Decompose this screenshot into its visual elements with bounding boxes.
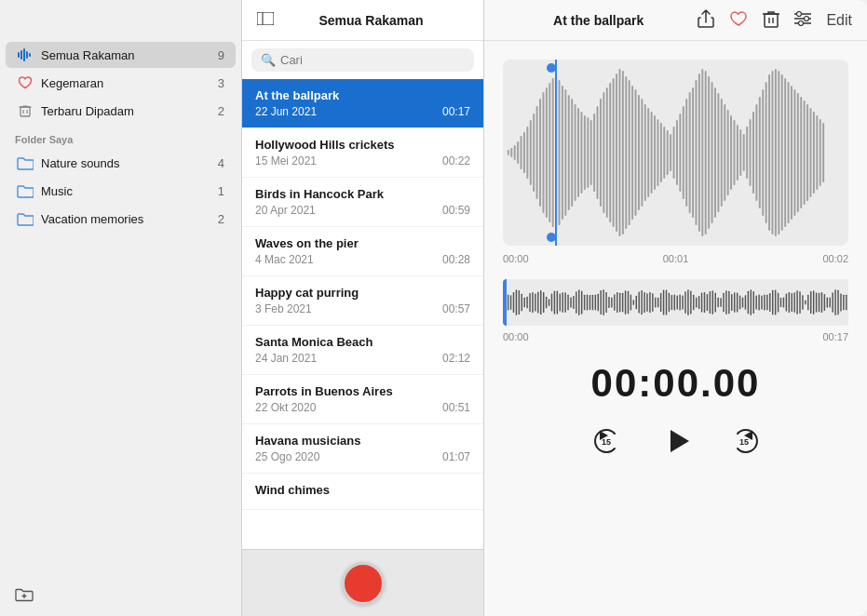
edit-button[interactable]: Edit (826, 12, 852, 29)
svg-rect-210 (742, 298, 743, 308)
svg-rect-84 (701, 69, 703, 236)
svg-rect-189 (684, 291, 685, 313)
svg-rect-239 (821, 292, 822, 313)
svg-rect-50 (593, 114, 595, 192)
svg-rect-127 (516, 289, 517, 315)
svg-rect-173 (641, 290, 642, 315)
delete-button[interactable] (763, 9, 779, 32)
svg-rect-167 (625, 290, 626, 314)
svg-rect-113 (793, 89, 795, 216)
sidebar-item-recently-deleted[interactable]: Terbaru Dipadam 2 (6, 98, 236, 124)
svg-rect-122 (822, 123, 824, 182)
svg-rect-157 (598, 294, 599, 311)
svg-rect-179 (657, 298, 658, 307)
detail-pane: At the ballpark (484, 0, 867, 616)
sidebar-item-nature[interactable]: Nature sounds 4 (6, 150, 236, 176)
new-folder-button[interactable] (15, 586, 34, 607)
svg-rect-3 (26, 51, 28, 59)
svg-rect-101 (755, 104, 757, 201)
skip-forward-button[interactable]: 15 (725, 421, 765, 462)
svg-rect-155 (592, 295, 593, 310)
sidebar-item-all[interactable]: Semua Rakaman 9 (6, 42, 236, 68)
recording-duration: 00:51 (442, 401, 470, 414)
recording-item[interactable]: Waves on the pier 4 Mac 2021 00:28 (242, 227, 483, 276)
svg-rect-137 (543, 292, 544, 313)
recording-item[interactable]: Hollywood Hills crickets 15 Mei 2021 00:… (242, 128, 483, 178)
svg-rect-36 (549, 83, 550, 222)
sidebar-deleted-count: 2 (218, 104, 224, 118)
recording-item[interactable]: Parrots in Buenos Aires 22 Okt 2020 00:5… (242, 375, 483, 424)
search-input[interactable] (280, 53, 465, 67)
svg-rect-93 (730, 115, 732, 190)
recording-item[interactable]: At the ballpark 22 Jun 2021 00:17 (242, 79, 483, 128)
play-button[interactable] (656, 421, 697, 462)
svg-rect-136 (540, 290, 541, 315)
sidebar-music-label: Music (41, 184, 218, 198)
svg-rect-186 (676, 296, 677, 310)
svg-rect-213 (751, 289, 752, 315)
svg-rect-13 (765, 14, 778, 27)
svg-rect-242 (829, 298, 830, 308)
svg-rect-214 (752, 291, 753, 314)
svg-rect-196 (704, 292, 705, 313)
list-pane-title: Semua Rakaman (274, 13, 468, 28)
favorite-button[interactable] (729, 10, 748, 31)
svg-rect-88 (714, 87, 716, 218)
svg-rect-237 (816, 292, 817, 312)
svg-rect-184 (671, 295, 672, 310)
svg-rect-41 (564, 89, 566, 216)
svg-rect-138 (546, 297, 547, 309)
svg-rect-78 (683, 106, 684, 199)
svg-rect-151 (581, 290, 582, 314)
svg-rect-192 (693, 295, 694, 311)
svg-rect-95 (737, 125, 738, 181)
detail-header: At the ballpark (484, 0, 867, 41)
svg-rect-81 (692, 87, 694, 218)
svg-rect-199 (712, 290, 713, 315)
svg-rect-94 (733, 120, 735, 185)
svg-point-22 (799, 20, 804, 25)
svg-rect-128 (519, 290, 520, 315)
main-waveform[interactable] (503, 60, 848, 246)
svg-rect-211 (745, 295, 746, 310)
svg-rect-244 (834, 289, 835, 315)
sidebar-toggle-button[interactable] (257, 12, 274, 29)
svg-rect-243 (832, 292, 833, 313)
recording-title: Havana musicians (255, 434, 470, 448)
record-button[interactable] (342, 562, 385, 605)
svg-rect-153 (587, 295, 588, 311)
sidebar-item-music[interactable]: Music 1 (6, 178, 236, 204)
recording-duration: 00:17 (442, 105, 470, 118)
svg-rect-33 (539, 99, 541, 207)
recording-date: 22 Jun 2021 (255, 105, 317, 118)
svg-rect-98 (746, 127, 748, 179)
svg-rect-57 (616, 74, 617, 232)
recording-meta: 15 Mei 2021 00:22 (255, 154, 470, 167)
waveform-time-labels: 00:00 00:01 00:02 (503, 253, 848, 264)
recording-item[interactable]: Birds in Hancock Park 20 Apr 2021 00:59 (242, 178, 483, 227)
sidebar-nature-label: Nature sounds (41, 156, 218, 170)
share-button[interactable] (698, 9, 714, 32)
svg-rect-2 (23, 48, 25, 61)
svg-rect-144 (562, 292, 562, 312)
skip-back-button[interactable]: 15 (587, 421, 628, 462)
svg-rect-11 (257, 12, 274, 25)
svg-rect-120 (816, 115, 818, 190)
sidebar-item-favorites[interactable]: Kegemaran 3 (6, 70, 236, 96)
recording-item[interactable]: Havana musicians 25 Ogo 2020 01:07 (242, 424, 483, 474)
recording-item[interactable]: Happy cat purring 3 Feb 2021 00:57 (242, 276, 483, 326)
svg-rect-61 (629, 80, 630, 225)
sidebar-section-my-folders: Folder Saya (0, 125, 241, 149)
svg-rect-166 (622, 293, 623, 312)
svg-rect-154 (589, 295, 590, 310)
sidebar-item-vacation[interactable]: Vacation memories 2 (6, 206, 236, 232)
waveform-time-0: 00:00 (503, 253, 529, 264)
svg-point-21 (805, 16, 809, 20)
options-button[interactable] (794, 11, 811, 30)
recording-item[interactable]: Wind chimes (242, 474, 483, 510)
svg-rect-35 (546, 87, 548, 218)
recording-item[interactable]: Santa Monica Beach 24 Jan 2021 02:12 (242, 326, 483, 375)
mini-waveform[interactable] (503, 279, 848, 326)
recording-date: 25 Ogo 2020 (255, 450, 319, 463)
recording-title: Waves on the pier (255, 236, 470, 250)
